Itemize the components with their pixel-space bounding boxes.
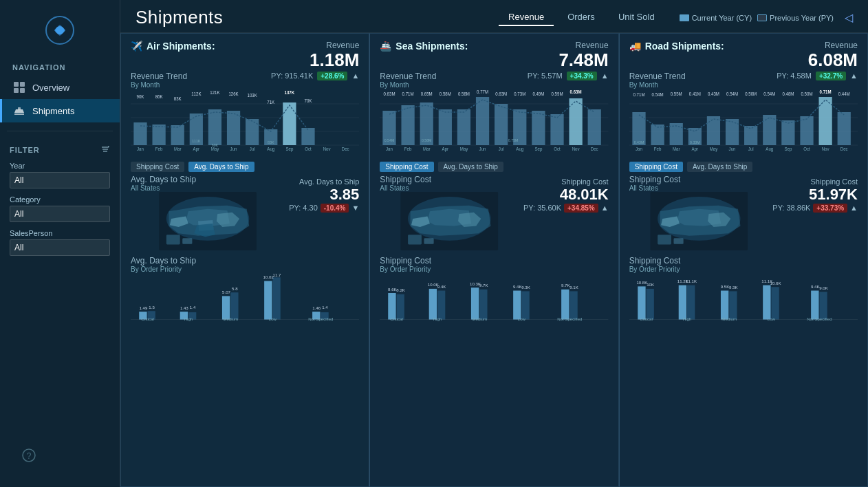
svg-text:9.1K: 9.1K [570,284,579,289]
road-toggle-shipping-cost[interactable]: Shipping Cost [629,162,683,172]
svg-text:Medium: Medium [721,316,737,321]
svg-rect-201 [646,288,653,319]
svg-text:0.41M: 0.41M [688,91,700,96]
svg-text:Dec: Dec [342,146,350,151]
air-shipments-card: ✈️ Air Shipments: Revenue 1.18M Revenue … [120,33,369,487]
road-usa-map [629,192,769,250]
svg-text:1.49: 1.49 [139,305,147,310]
svg-text:0.33M: 0.33M [690,140,700,144]
tab-revenue[interactable]: Revenue [499,9,554,26]
app-logo [45,15,75,45]
svg-text:Jun: Jun [728,146,735,151]
air-map-section: Avg. Days to Ship All States [131,175,359,253]
shipments-label: Shipments [32,106,74,116]
svg-text:Sep: Sep [285,146,293,151]
svg-text:High: High [184,316,193,321]
sea-toggle-shipping-cost[interactable]: Shipping Cost [380,162,433,172]
sidebar-item-shipments[interactable]: Shipments [0,99,120,122]
svg-text:Feb: Feb [155,146,163,151]
svg-text:Nov: Nov [821,146,829,151]
sea-trend-title: Revenue Trend [380,72,436,81]
filter-clear-icon[interactable] [100,145,110,155]
svg-text:Oct: Oct [803,146,810,151]
svg-rect-55 [182,238,192,244]
air-trend-chart: 90K 86K 83K 112K 121K 126K 103K 71K 137K… [131,90,359,159]
svg-rect-137 [480,289,488,319]
tab-orders[interactable]: Orders [558,9,605,26]
svg-text:8.2K: 8.2K [397,288,406,292]
air-card-header: ✈️ Air Shipments: Revenue 1.18M [131,41,359,70]
air-toggle-shipping-cost[interactable]: Shipping Cost [131,162,184,172]
svg-rect-92 [495,104,508,145]
road-toggle-avg-days[interactable]: Avg. Days to Ship [687,162,752,172]
air-icon: ✈️ [131,41,142,52]
help-icon[interactable]: ? [11,448,109,472]
svg-text:Sep: Sep [784,146,792,151]
year-filter-label: Year [10,162,110,170]
svg-text:9.3K: 9.3K [522,284,531,289]
air-map-metric-label: Avg. Days to Ship [131,175,285,184]
category-filter-label: Category [10,195,110,204]
svg-text:May: May [211,146,219,151]
filter-section: FILTER Year All202320222021 Category All… [0,140,120,268]
page-title: Shipments [135,7,223,28]
svg-text:0.58M: 0.58M [440,91,451,96]
svg-text:Critical: Critical [141,316,154,321]
air-map-metric-sub: All States [131,184,285,192]
sidebar-item-overview[interactable]: Overview [0,76,120,99]
svg-text:0.63M: 0.63M [495,91,507,96]
year-select[interactable]: All202320222021 [10,172,110,188]
svg-text:May: May [709,146,717,151]
svg-rect-18 [152,125,165,145]
tab-unit-sold[interactable]: Unit Sold [609,9,664,26]
air-revenue-block: Revenue 1.18M [310,41,359,70]
svg-text:High: High [682,316,691,321]
air-map-badge: -10.4% [321,204,349,213]
svg-text:0.54M: 0.54M [726,91,738,96]
svg-text:Feb: Feb [653,146,661,151]
svg-rect-212 [763,285,770,319]
back-arrow-icon[interactable]: ◁ [845,11,853,24]
svg-text:Sep: Sep [535,146,543,151]
svg-rect-136 [471,288,479,319]
svg-text:9.5K: 9.5K [720,284,729,289]
svg-text:Jan: Jan [386,146,393,151]
svg-text:?: ? [27,451,32,461]
sea-usa-map [380,192,519,250]
sea-toggle-avg-days[interactable]: Avg. Days to Ship [438,162,503,172]
category-select[interactable]: AllFurnitureTechnologyOffice Supplies [10,206,110,222]
road-shipments-card: 🚚 Road Shipments: Revenue 6.08M Revenue … [619,33,868,487]
road-bar-section: Shipping Cost By Order Priority 10.8K 10… [629,256,858,325]
svg-text:Jun: Jun [479,146,486,151]
svg-rect-208 [721,290,728,319]
svg-rect-23 [246,119,259,145]
svg-rect-169 [837,112,850,145]
road-revenue-block: Revenue 6.08M [808,41,858,70]
road-map-metric-label: Shipping Cost [629,175,769,184]
svg-text:Not Specified: Not Specified [807,316,832,321]
svg-rect-204 [678,285,686,319]
road-title-text: Road Shipments: [645,41,724,52]
svg-text:Critical: Critical [390,316,403,321]
legend-cy-box [680,14,689,21]
svg-text:Dec: Dec [840,146,848,151]
svg-rect-132 [429,288,437,319]
salesperson-select[interactable]: All [10,239,110,256]
svg-text:0.75M: 0.75M [508,138,519,142]
svg-rect-166 [781,120,794,145]
svg-text:Jul: Jul [250,146,255,151]
svg-text:Jan: Jan [636,146,642,151]
main-content: Shipments Revenue Orders Unit Sold Curre… [120,0,868,487]
air-py-row: PY: 915.41K +28.6% ▲ [271,72,359,80]
legend-cy-label: Current Year (CY) [692,14,752,22]
road-trend-sub: By Month [629,81,686,89]
sea-map-metric-sub: All States [380,184,519,192]
ship-icon [13,105,25,117]
svg-rect-87 [402,105,415,145]
svg-rect-19 [171,125,184,145]
air-py-revenue: PY: 915.41K [271,72,313,80]
svg-rect-91 [476,97,489,145]
air-revenue-label: Revenue [310,41,359,50]
sea-trend-sub: By Month [380,81,436,89]
air-toggle-avg-days[interactable]: Avg. Days to Ship [188,162,254,172]
